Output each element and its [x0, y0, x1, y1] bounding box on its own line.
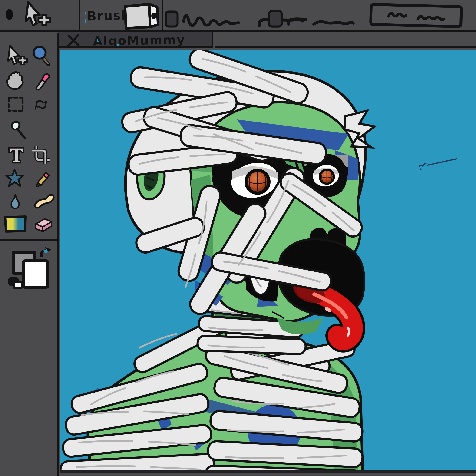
brush-tip-swatch2-icon[interactable]: [269, 11, 282, 27]
eyedropper-icon[interactable]: [30, 68, 51, 92]
eraser-icon[interactable]: [31, 214, 54, 234]
flag-icon[interactable]: [32, 98, 50, 113]
wand-icon[interactable]: [6, 119, 28, 140]
brush-label-accent: [84, 10, 89, 27]
window-title: AlgoMummy: [93, 33, 186, 48]
wave-stroke-icon[interactable]: [314, 22, 353, 24]
title-accent-dot: [117, 44, 119, 46]
top-toolbar: Brush: [0, 0, 476, 32]
select-add-icon[interactable]: [4, 42, 28, 71]
panel-divider: [0, 239, 59, 241]
star-icon[interactable]: [2, 168, 27, 189]
left-tool-panel: [0, 34, 59, 476]
document-title-bar: AlgoMummy: [58, 32, 213, 48]
stroke-preset-box-icon[interactable]: [369, 2, 464, 29]
background-color-well[interactable]: [22, 259, 49, 289]
pencil-icon[interactable]: [31, 169, 52, 188]
stray-marks: [419, 159, 457, 170]
brush-preview-box-icon[interactable]: [122, 2, 161, 31]
toolbar-pointer-cell: [0, 0, 80, 30]
hook-stroke-icon[interactable]: [289, 19, 306, 24]
canvas-artwork: [60, 50, 476, 473]
pointer-add-icon[interactable]: [18, 0, 53, 31]
mini-background-well[interactable]: [13, 281, 23, 289]
squiggle-stroke-icon[interactable]: [184, 15, 238, 26]
swap-colors-icon[interactable]: [37, 246, 52, 261]
brush-tip-swatch-icon[interactable]: [166, 12, 178, 27]
hand-icon[interactable]: [4, 68, 27, 92]
drop-icon[interactable]: [6, 190, 24, 214]
zoom-icon[interactable]: [30, 42, 52, 70]
bandage-icon[interactable]: [32, 188, 55, 211]
gradient-swatch-icon[interactable]: [2, 214, 28, 234]
marquee-icon[interactable]: [4, 94, 27, 114]
crop-icon[interactable]: [31, 145, 51, 166]
canvas-bottom-edge: [60, 470, 476, 473]
canvas[interactable]: [60, 50, 476, 473]
toolbar-stroke-options-2: [267, 0, 365, 30]
text-icon[interactable]: [6, 143, 27, 166]
record-dot-icon: [3, 7, 17, 23]
toolbar-filler: [215, 32, 476, 48]
close-icon[interactable]: [67, 34, 81, 47]
toolbar-brush-cell: Brush: [82, 0, 163, 30]
mummy-head: [121, 50, 375, 340]
